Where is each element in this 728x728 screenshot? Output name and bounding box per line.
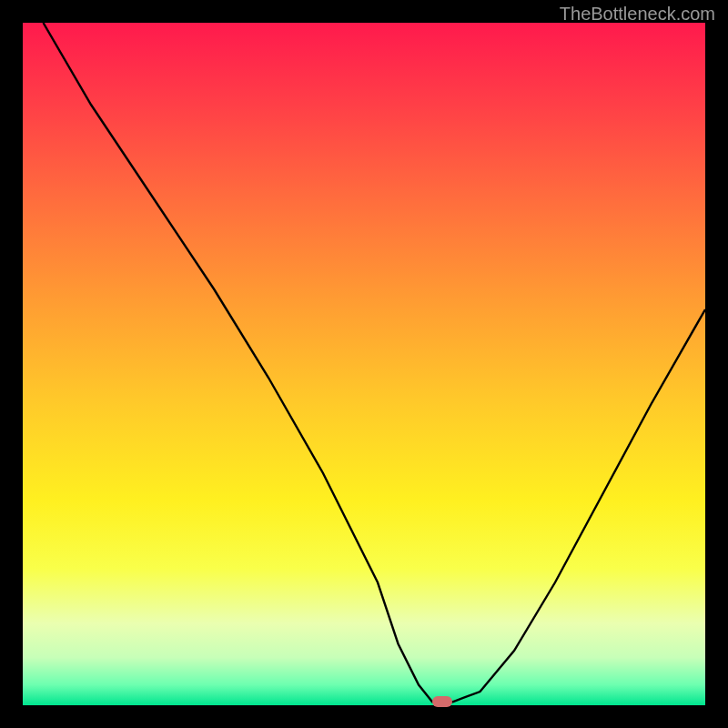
plot-area — [23, 23, 705, 705]
watermark-text: TheBottleneck.com — [560, 4, 715, 25]
optimal-marker — [432, 696, 452, 707]
bottleneck-curve — [23, 23, 705, 705]
